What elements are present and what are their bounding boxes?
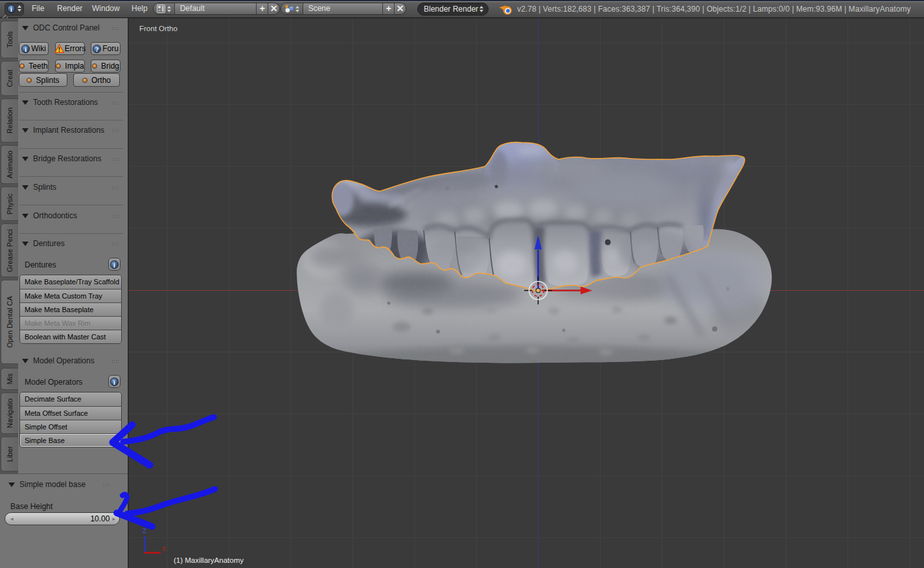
svg-text:z: z (143, 526, 146, 535)
svg-text:x: x (162, 544, 166, 553)
